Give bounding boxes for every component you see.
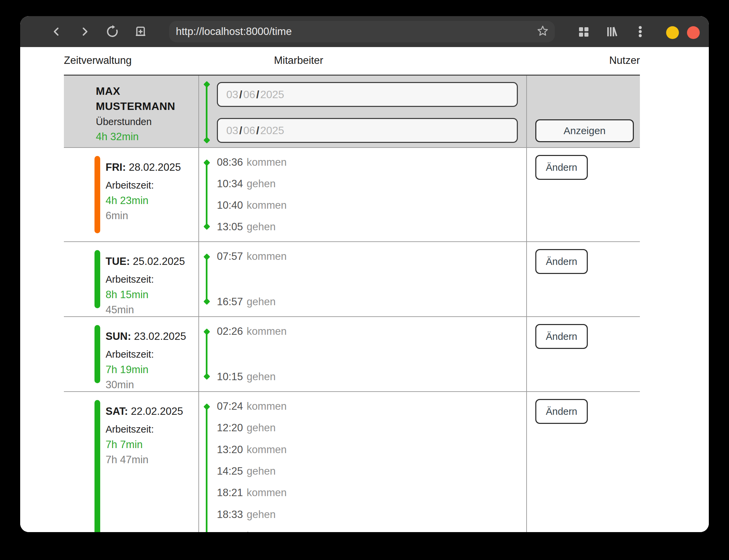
status-bar [94,400,100,532]
day-action-cell: Ändern [527,317,640,391]
entry-time: 07:57 [217,250,243,262]
entry-type: kommen [247,400,287,412]
day-label: SAT: [106,405,128,417]
time-entry: 12:20gehen [199,422,526,434]
date-from-month: 06 [243,88,255,101]
entry-time: 10:34 [217,178,243,190]
entry-type: gehen [247,296,276,308]
minimize-button[interactable] [666,26,679,39]
nav-item-mitarbeiter[interactable]: Mitarbeiter [274,53,323,68]
date-separator: / [238,88,243,101]
reload-button[interactable] [102,16,123,47]
date-from-input[interactable]: 03/06/2025 [217,82,518,107]
main-nav: Zeitverwaltung Mitarbeiter Nutzer [64,53,640,68]
entry-type: kommen [247,487,287,498]
overtime-label: Überstunden [96,114,198,129]
worktime-label: Arbeitszeit: [106,347,198,362]
new-tab-button[interactable] [130,16,151,47]
day-row-fri: FRI: 28.02.2025 Arbeitszeit: 4h 23min 6m… [64,148,640,242]
date-filter-cell: 03/06/2025 03/06/2025 [199,76,527,147]
forward-button[interactable] [74,16,95,47]
new-tab-icon [134,25,147,38]
time-entry: 10:34gehen [199,177,526,190]
time-entry: 13:05gehen [199,221,526,233]
worktime-label: Arbeitszeit: [106,272,198,287]
entry-type: gehen [247,221,276,233]
day-action-cell: Ändern [527,242,640,316]
employee-name-line2: MUSTERMANN [96,99,198,114]
time-entry: 18:33gehen [199,508,526,521]
entry-time: 10:40 [217,199,243,211]
day-timeline [206,256,207,302]
day-summary: SUN: 23.02.2025 Arbeitszeit: 7h 19min 30… [64,317,199,391]
pause-value: 45min [106,302,198,317]
entry-time: 18:33 [217,509,243,520]
date-to-month: 06 [243,124,255,137]
day-date: 22.02.2025 [131,405,183,417]
time-entry: 13:20kommen [199,443,526,456]
time-table: MAX MUSTERMANN Überstunden 4h 32min 03/0… [64,75,640,532]
browser-toolbar: http://localhost:8000/time [20,16,709,47]
address-bar[interactable]: http://localhost:8000/time [169,21,555,42]
back-arrow-icon [51,26,62,37]
day-timeline [206,406,207,532]
back-button[interactable] [46,16,67,47]
pause-value: 6min [106,208,198,223]
day-summary: TUE: 25.02.2025 Arbeitszeit: 8h 15min 45… [64,242,199,316]
nav-item-zeitverwaltung[interactable]: Zeitverwaltung [64,53,132,68]
date-to-input[interactable]: 03/06/2025 [217,118,518,143]
entry-type: gehen [247,509,276,520]
bookmark-button[interactable] [535,26,550,38]
menu-button[interactable] [629,16,651,47]
library-button[interactable] [601,16,623,47]
time-entry: 08:36kommen [199,156,526,169]
worktime-value: 7h 7min [106,437,198,452]
time-entry: 14:25gehen [199,465,526,478]
aendern-button[interactable]: Ändern [535,399,588,424]
worktime-label: Arbeitszeit: [106,422,198,437]
entry-time: 12:20 [217,422,243,434]
status-bar [94,250,100,308]
entry-type: gehen [247,371,276,383]
star-icon [537,25,549,38]
date-to-day: 03 [226,124,238,137]
day-action-cell: Ändern [527,148,640,241]
day-date: 23.02.2025 [134,330,186,342]
apps-grid-button[interactable] [573,16,594,47]
library-icon [605,25,619,38]
worktime-value: 7h 19min [106,362,198,377]
nav-item-nutzer[interactable]: Nutzer [609,53,640,68]
status-bar [94,156,100,233]
pause-value: 7h 47min [106,452,198,467]
screen: http://localhost:8000/time [0,0,729,560]
day-times: 07:24kommen12:20gehen13:20kommen14:25geh… [199,392,527,532]
day-label: SUN: [106,330,131,342]
day-row-tue: TUE: 25.02.2025 Arbeitszeit: 8h 15min 45… [64,242,640,317]
entry-time: 02:26 [217,325,243,337]
grid-icon [578,26,589,37]
worktime-value: 8h 15min [106,287,198,302]
date-separator: / [255,124,260,137]
day-label: TUE: [106,255,130,267]
day-date: 25.02.2025 [133,255,185,267]
employee-summary: MAX MUSTERMANN Überstunden 4h 32min [64,76,199,147]
close-button[interactable] [687,26,700,39]
entry-time: 14:25 [217,465,243,477]
time-entry: 10:15gehen [199,370,526,383]
aendern-button[interactable]: Ändern [535,155,588,180]
date-from-day: 03 [226,88,238,101]
entry-type: kommen [247,199,287,211]
date-separator: / [255,88,260,101]
entry-time: 10:15 [217,371,243,383]
time-entry: 07:24kommen [199,400,526,413]
day-row-sun: SUN: 23.02.2025 Arbeitszeit: 7h 19min 30… [64,317,640,392]
day-label: FRI: [106,161,126,173]
time-entry: 10:40kommen [199,199,526,212]
url-text[interactable]: http://localhost:8000/time [169,26,292,38]
anzeigen-button[interactable]: Anzeigen [535,119,634,142]
day-row-sat: SAT: 22.02.2025 Arbeitszeit: 7h 7min 7h … [64,392,640,532]
entry-time: 21:34 [217,530,243,532]
aendern-button[interactable]: Ändern [535,324,588,349]
day-timeline [206,162,207,227]
aendern-button[interactable]: Ändern [535,249,588,274]
